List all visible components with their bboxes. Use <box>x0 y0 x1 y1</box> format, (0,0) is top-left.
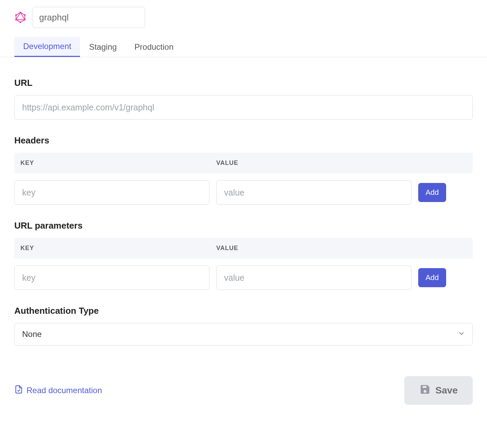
headers-table-header: KEY VALUE <box>14 153 473 173</box>
svg-point-4 <box>20 12 21 13</box>
read-documentation-link[interactable]: Read documentation <box>14 385 102 396</box>
url-params-row: Add <box>14 259 473 290</box>
svg-point-8 <box>15 19 17 20</box>
headers-key-column: KEY <box>20 159 216 167</box>
save-button[interactable]: Save <box>404 376 473 405</box>
url-params-label: URL parameters <box>14 220 473 231</box>
url-params-value-column: VALUE <box>216 245 412 252</box>
add-url-param-button[interactable]: Add <box>418 268 446 287</box>
url-params-table-header: KEY VALUE <box>14 238 473 259</box>
header-key-input[interactable] <box>14 180 209 205</box>
document-icon <box>14 385 23 396</box>
header-value-input[interactable] <box>216 180 411 205</box>
add-header-button[interactable]: Add <box>418 183 446 202</box>
svg-point-5 <box>24 14 26 16</box>
url-params-key-column: KEY <box>20 245 216 252</box>
save-button-label: Save <box>436 385 458 396</box>
save-icon <box>419 384 431 398</box>
svg-point-9 <box>15 14 17 16</box>
tab-production[interactable]: Production <box>126 37 183 57</box>
url-param-key-input[interactable] <box>14 265 209 290</box>
read-documentation-label: Read documentation <box>27 386 102 395</box>
headers-value-column: VALUE <box>216 159 412 167</box>
svg-point-6 <box>24 19 26 20</box>
url-param-value-input[interactable] <box>216 265 411 290</box>
url-input[interactable] <box>14 95 473 120</box>
tab-development[interactable]: Development <box>14 37 80 57</box>
auth-type-select[interactable]: None <box>14 323 473 345</box>
environment-tabs: Development Staging Production <box>0 28 487 57</box>
svg-point-7 <box>20 21 21 23</box>
headers-row: Add <box>14 173 473 205</box>
auth-type-label: Authentication Type <box>14 306 473 316</box>
tab-staging[interactable]: Staging <box>80 37 125 57</box>
graphql-icon <box>14 11 27 24</box>
headers-label: Headers <box>14 135 473 146</box>
resource-name-input[interactable] <box>33 7 145 28</box>
url-label: URL <box>14 78 473 88</box>
